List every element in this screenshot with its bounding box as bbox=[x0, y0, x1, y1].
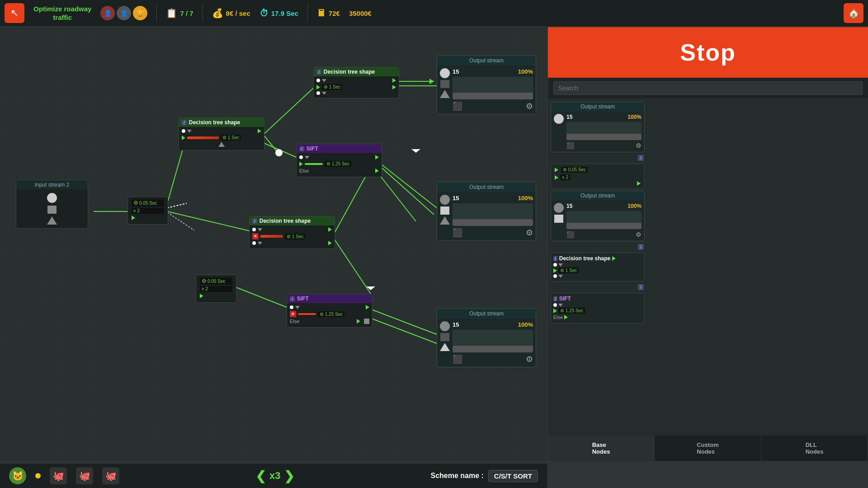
rp-output-2: Output stream 15 100% bbox=[551, 191, 645, 241]
os1-layers-icon: ⬛ bbox=[453, 101, 462, 111]
avatar-3: 🏆 bbox=[133, 6, 147, 20]
back-button[interactable]: ↖ bbox=[5, 3, 24, 23]
svg-line-15 bbox=[373, 160, 434, 215]
os3-circle bbox=[440, 321, 450, 331]
timer-stat: ⏱ 17.9 Sec bbox=[259, 8, 298, 19]
os3-layers-icon: ⬛ bbox=[453, 354, 462, 364]
os2-layers-icon: ⬛ bbox=[453, 228, 462, 238]
os2-num: 15 bbox=[453, 195, 459, 202]
tab-base-nodes[interactable]: BaseNodes bbox=[548, 436, 655, 461]
shape-rect bbox=[47, 206, 57, 214]
else-s2: Else bbox=[290, 319, 299, 324]
timer-text-m2: 0.05 Sec bbox=[208, 279, 225, 284]
os3-rect bbox=[440, 333, 449, 341]
os1-num: 15 bbox=[453, 68, 459, 75]
mult-node-1[interactable]: ⚙ 0.05 Sec ≡ 2 bbox=[127, 197, 168, 225]
bottom-tabs: BaseNodes CustomNodes DLLNodes bbox=[548, 436, 868, 461]
os3-title: Output stream bbox=[437, 309, 536, 319]
corner-button[interactable]: 🏠 bbox=[844, 3, 863, 23]
rp-os2-num: 15 bbox=[566, 203, 572, 209]
avatars: 👤 👤 🏆 bbox=[100, 6, 147, 20]
os2-settings-icon: ⚙ bbox=[526, 228, 533, 238]
os1-rect bbox=[440, 80, 449, 88]
multiplier-control[interactable]: ❮ x3 ❯ bbox=[255, 469, 294, 483]
rp-os1-title: Output stream bbox=[551, 102, 644, 111]
dot-n1 bbox=[182, 129, 185, 133]
score-stat: 🖩 72€ bbox=[317, 8, 340, 19]
right-panel: Stop Output stream 15 100% bbox=[547, 27, 868, 461]
multiplier-value: x3 bbox=[269, 470, 280, 482]
tri-n1 bbox=[218, 142, 225, 147]
info-badge-s1: i bbox=[299, 146, 304, 151]
stop-button[interactable]: Stop bbox=[548, 27, 868, 78]
x-badge-n3: ✕ bbox=[252, 233, 259, 239]
node-title-n1: Decision tree shape bbox=[189, 119, 240, 126]
chevron-right[interactable]: ❯ bbox=[284, 469, 294, 483]
os2-pct: 100% bbox=[518, 195, 533, 202]
page-title: Optimize roadway traffic bbox=[33, 5, 91, 22]
shape-circle bbox=[47, 193, 57, 203]
svg-line-6 bbox=[373, 158, 437, 208]
cat-btn-3[interactable]: 🐙 bbox=[102, 467, 119, 484]
rp-output-1: Output stream 15 100% ⬛ bbox=[551, 102, 645, 152]
bottombar: 🐱 🐙 🐙 🐙 ❮ x3 ❯ Scheme name : C/S/T SORT bbox=[0, 463, 547, 488]
svg-line-3 bbox=[262, 88, 313, 136]
rp-dn-lines: ≡ 2 bbox=[560, 174, 570, 180]
svg-line-14 bbox=[262, 133, 278, 153]
timer-badge-m2: ⚙ 0.05 Sec bbox=[200, 277, 232, 285]
info-btn-2[interactable]: i bbox=[638, 244, 644, 250]
decision-tree-node-1[interactable]: i Decision tree shape ⚙ 1 Sec bbox=[179, 117, 264, 150]
svg-line-22 bbox=[167, 212, 194, 230]
arrow-n1 bbox=[187, 130, 192, 133]
timer-text-m1: 0.05 Sec bbox=[139, 201, 157, 206]
rp-sift-node[interactable]: i SIFT ⚙ 1.25 Sec Else bbox=[551, 293, 645, 324]
rp-os1-pct: 100% bbox=[627, 114, 642, 120]
search-bar bbox=[548, 78, 868, 99]
os3-num: 15 bbox=[453, 321, 459, 328]
output-indicator-m2 bbox=[200, 294, 203, 298]
tab-dll-nodes[interactable]: DLLNodes bbox=[761, 436, 868, 461]
decision-tree-node-3[interactable]: i Decision tree shape ✕ ⚙ 1 Sec bbox=[249, 216, 335, 249]
node-title-n3: Decision tree shape bbox=[259, 218, 311, 224]
node-title-n2: Decision tree shape bbox=[324, 69, 375, 75]
output-stream-1: Output stream 15 100% ⬛ ⚙ bbox=[437, 55, 536, 114]
os1-tri bbox=[440, 90, 450, 98]
os2-circle bbox=[440, 195, 450, 205]
avatar-2: 👤 bbox=[117, 6, 131, 20]
sift-node-2[interactable]: i SIFT ✕ ⚙ 1.25 Sec Else bbox=[287, 294, 373, 328]
info-badge-s2: i bbox=[290, 296, 295, 301]
os2-tri bbox=[440, 216, 450, 225]
scheme-control: Scheme name : C/S/T SORT bbox=[430, 470, 538, 482]
rp-dn2-timer: ⚙ 1 Sec bbox=[558, 267, 579, 273]
rp-os2-title: Output stream bbox=[551, 191, 644, 200]
info-badge-n2: i bbox=[316, 70, 321, 75]
cat-btn-2[interactable]: 🐙 bbox=[76, 467, 93, 484]
sift-node-1[interactable]: i SIFT ⚙ 1.25 Sec Else bbox=[296, 144, 382, 177]
rp-decision-node-2[interactable]: i Decision tree shape ⚙ 1 Sec bbox=[551, 253, 645, 282]
svg-marker-16 bbox=[411, 149, 420, 153]
info-badge-n3: i bbox=[252, 219, 257, 224]
os1-circle bbox=[440, 68, 450, 78]
right-panel-content: Output stream 15 100% ⬛ bbox=[548, 99, 868, 436]
rate-stat: 💰 8€ / sec bbox=[212, 8, 250, 19]
cat-btn-1[interactable]: 🐙 bbox=[50, 467, 67, 484]
input-stream-box: Input stream 2 bbox=[16, 180, 88, 229]
decision-tree-node-2[interactable]: i Decision tree shape ⚙ 1 Sec bbox=[313, 67, 399, 99]
svg-line-12 bbox=[372, 319, 437, 343]
info-btn-1[interactable]: i bbox=[638, 155, 644, 161]
os1-settings-icon: ⚙ bbox=[526, 101, 533, 111]
os1-title: Output stream bbox=[437, 56, 536, 66]
output-stream-3: Output stream 15 100% ⬛ ⚙ bbox=[437, 308, 536, 367]
search-input[interactable] bbox=[553, 81, 863, 95]
svg-point-18 bbox=[275, 149, 283, 156]
rp-sift-else: Else bbox=[553, 314, 563, 320]
mult-node-2[interactable]: ⚙ 0.05 Sec ≡ 2 bbox=[196, 275, 236, 303]
scheme-value[interactable]: C/S/T SORT bbox=[488, 470, 538, 482]
red-bar-n1 bbox=[187, 136, 219, 139]
tab-custom-nodes[interactable]: CustomNodes bbox=[655, 436, 761, 461]
rp-decision-node[interactable]: ⚙ 0.05 Sec ≡ 2 bbox=[551, 164, 645, 189]
timer-n3: ⚙ 1 Sec bbox=[285, 234, 305, 239]
chevron-left[interactable]: ❮ bbox=[255, 469, 266, 483]
info-btn-3[interactable]: i bbox=[638, 284, 644, 290]
svg-line-11 bbox=[372, 310, 437, 334]
